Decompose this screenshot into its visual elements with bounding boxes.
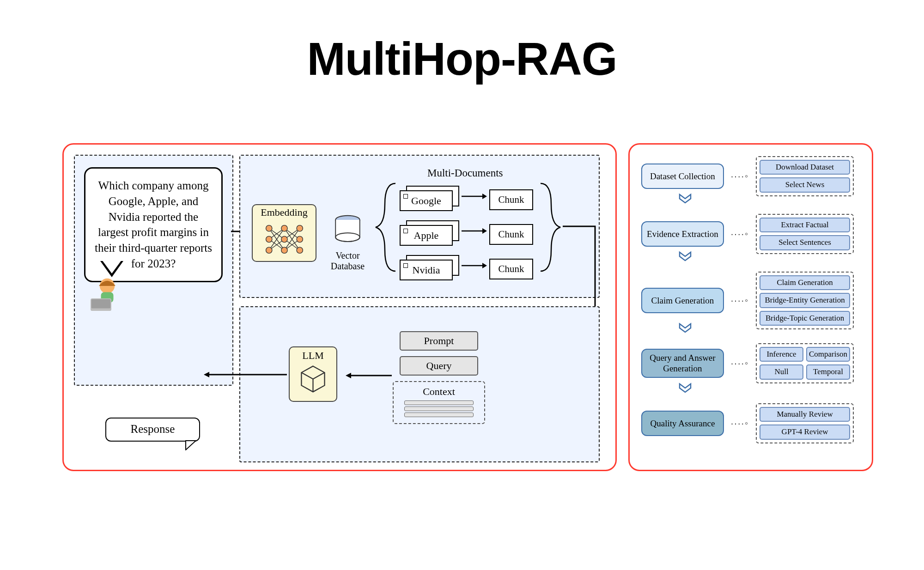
svg-point-21 [281, 225, 287, 231]
stage-evidence-extraction: Evidence Extraction ····◦ Extract Factua… [641, 214, 854, 254]
multi-documents-label: Multi-Documents [427, 167, 503, 179]
arrow-doc-to-chunk-icon [462, 186, 487, 211]
embedding-box: Embedding [252, 204, 316, 262]
connector-dots-icon: ····◦ [731, 229, 749, 239]
stage-query-answer-generation: Query and Answer Generation ····◦ Infere… [641, 343, 854, 383]
svg-point-26 [297, 247, 303, 253]
query-box: Query [400, 356, 478, 376]
sub-item: Select Sentences [760, 235, 850, 250]
chunk-box: Chunk [489, 189, 533, 210]
arrow-doc-to-chunk-icon [462, 220, 487, 246]
svg-point-23 [281, 247, 287, 253]
context-group: Prompt Query Context [390, 326, 487, 443]
context-dashed-box: Context [393, 381, 485, 424]
embedding-label: Embedding [261, 206, 307, 218]
connector-dots-icon: ····◦ [731, 418, 749, 429]
svg-marker-30 [482, 194, 487, 199]
database-icon [330, 213, 365, 248]
connector-dots-icon: ····◦ [731, 171, 749, 182]
retrieval-section: Embedding V [239, 155, 600, 298]
svg-marker-41 [204, 372, 209, 377]
sub-item: Comparison [806, 347, 850, 362]
chunk-box: Chunk [489, 259, 533, 279]
vector-database: Vector Database [326, 213, 370, 272]
sub-item: Manually Review [760, 407, 850, 422]
sub-group: Download Dataset Select News [756, 156, 854, 196]
sub-group: Extract Factual Select Sentences [756, 214, 854, 254]
sub-item: Claim Generation [760, 275, 850, 290]
context-label: Context [394, 386, 484, 398]
stage-box: Evidence Extraction [641, 221, 724, 247]
diagram-title: MultiHop-RAG [0, 32, 924, 85]
connector-dots-icon: ····◦ [731, 358, 749, 369]
svg-point-20 [266, 247, 272, 253]
svg-marker-34 [482, 263, 487, 268]
stage-box: Dataset Collection [641, 164, 724, 189]
stage-claim-generation: Claim Generation ····◦ Claim Generation … [641, 272, 854, 329]
user-avatar-icon [86, 273, 128, 315]
sub-item: Extract Factual [760, 218, 850, 232]
llm-label: LLM [302, 350, 323, 361]
cube-icon [298, 364, 328, 394]
prompt-box: Prompt [400, 331, 478, 351]
document-google: Google Chunk [400, 186, 533, 211]
arrow-llm-to-response [204, 370, 287, 379]
curly-brace-left-icon [373, 181, 396, 273]
stage-dataset-collection: Dataset Collection ····◦ Download Datase… [641, 156, 854, 196]
stage-box: Claim Generation [641, 288, 724, 313]
chevron-down-icon [678, 193, 692, 205]
context-line-icon [404, 406, 474, 411]
connector-dots-icon: ····◦ [731, 295, 749, 306]
doc-name-google: Google [400, 190, 453, 211]
sub-group: Claim Generation Bridge-Entity Generatio… [756, 272, 854, 329]
sub-item: Null [760, 364, 803, 379]
context-line-icon [404, 400, 474, 405]
stage-box: Query and Answer Generation [641, 349, 724, 378]
speech-tail-small-icon [185, 440, 196, 453]
sub-item: Inference [760, 347, 803, 362]
chunk-box: Chunk [489, 224, 533, 245]
doc-name-nvidia: Nvidia [400, 260, 453, 280]
svg-point-22 [281, 236, 287, 242]
arrow-context-to-llm [346, 371, 392, 380]
svg-point-24 [297, 225, 303, 231]
sub-item: Bridge-Entity Generation [760, 293, 850, 308]
doc-name-apple: Apple [400, 225, 453, 246]
chevron-down-icon [678, 251, 692, 262]
sub-item: Download Dataset [760, 160, 850, 175]
stage-box: Quality Assurance [641, 411, 724, 436]
svg-marker-32 [482, 228, 487, 234]
sub-group: Manually Review GPT-4 Review [756, 403, 854, 443]
rag-flow-panel: Which company among Google, Apple, and N… [62, 143, 617, 471]
context-line-icon [404, 412, 474, 417]
sub-item: Bridge-Topic Generation [760, 311, 850, 326]
svg-rect-3 [91, 299, 110, 309]
curly-brace-right-icon [540, 181, 563, 273]
arrow-doc-to-chunk-icon [462, 255, 487, 280]
stage-quality-assurance: Quality Assurance ····◦ Manually Review … [641, 403, 854, 443]
sub-item: Temporal [806, 364, 850, 379]
document-nvidia: Nvidia Chunk [400, 255, 533, 280]
svg-point-19 [266, 236, 272, 242]
sub-item: GPT-4 Review [760, 424, 850, 439]
sub-group: Inference Comparison Null Temporal [756, 343, 854, 383]
svg-point-18 [266, 225, 272, 231]
generation-section: LLM Prompt Query Context [239, 306, 600, 462]
chevron-down-icon [678, 382, 692, 394]
svg-marker-39 [346, 373, 351, 378]
svg-point-25 [297, 236, 303, 242]
neural-network-icon [262, 221, 306, 258]
pipeline-panel: Dataset Collection ····◦ Download Datase… [628, 143, 873, 471]
chevron-down-icon [678, 322, 692, 334]
query-input-section: Which company among Google, Apple, and N… [74, 155, 233, 386]
sub-item: Select News [760, 177, 850, 192]
document-apple: Apple Chunk [400, 220, 533, 246]
response-box: Response [105, 418, 200, 442]
vector-db-label: Vector Database [326, 250, 370, 272]
llm-box: LLM [289, 346, 337, 402]
